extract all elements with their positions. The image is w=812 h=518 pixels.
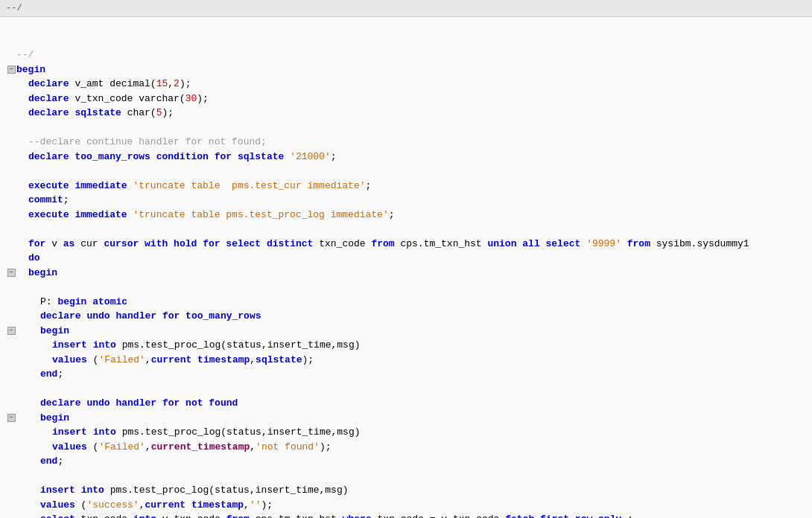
line-text: end; [16,454,63,469]
line-text [16,382,22,397]
code-line: insert into pms.test_proc_log(status,ins… [6,338,812,353]
line-text: declare undo handler for too_many_rows [16,309,261,324]
line-text: insert into pms.test_proc_log(status,ins… [16,425,361,440]
line-text: values ('success',current timestamp,''); [16,498,273,513]
line-text: commit; [16,193,69,208]
code-line: insert into pms.test_proc_log(status,ins… [6,425,812,440]
code-line [6,382,812,397]
fold-button[interactable]: − [7,414,16,422]
code-line: for v as cur cursor with hold for select… [6,237,812,252]
line-text: declare sqlstate char(5); [16,106,174,121]
code-line: values ('Failed',current_timestamp,'not … [6,440,812,455]
line-text [16,469,22,484]
fold-button[interactable]: − [7,65,16,74]
code-line: --/ [6,48,812,63]
line-text [16,121,22,135]
line-text: execute immediate 'truncate table pms.te… [16,208,395,223]
code-line: end; [6,367,812,382]
code-line [6,121,812,135]
code-line: values ('success',current timestamp,''); [6,498,812,513]
code-line: do [6,251,812,266]
code-line: commit; [6,193,812,208]
top-bar: --/ [0,0,812,17]
line-text: values ('Failed',current_timestamp,'not … [16,440,332,455]
line-text: execute immediate 'truncate table pms.te… [16,179,371,194]
line-text: begin [16,266,57,281]
code-line: declare v_txn_code varchar(30); [6,92,812,106]
line-text: declare v_amt decimal(15,2); [16,77,191,92]
line-text: begin [16,63,45,77]
line-text: do [16,251,40,266]
line-text [16,280,22,295]
path-label: --/ [6,3,22,13]
line-text [16,164,22,179]
fold-button[interactable]: − [7,327,16,335]
line-text: select txn_code into v_txn_code from cps… [16,512,633,518]
line-text: declare undo handler for not found [16,396,238,411]
line-text: declare too_many_rows condition for sqls… [16,150,337,164]
code-line: select txn_code into v_txn_code from cps… [6,512,812,518]
code-area: --/−begindeclare v_amt decimal(15,2);dec… [0,17,812,518]
line-text: insert into pms.test_proc_log(status,ins… [16,338,361,353]
code-line: end; [6,454,812,469]
code-line: −begin [6,63,812,77]
code-line [6,280,812,295]
line-text: declare v_txn_code varchar(30); [16,92,209,106]
code-line: declare undo handler for not found [6,396,812,411]
code-line: declare undo handler for too_many_rows [6,309,812,324]
code-editor[interactable]: --/ --/−begindeclare v_amt decimal(15,2)… [0,0,812,518]
line-text: insert into pms.test_proc_log(status,ins… [16,483,349,498]
line-text: for v as cur cursor with hold for select… [16,237,749,252]
line-text: P: begin atomic [16,295,127,310]
line-text: end; [16,367,63,382]
code-line: execute immediate 'truncate table pms.te… [6,179,812,194]
code-lines: --/−begindeclare v_amt decimal(15,2);dec… [0,17,812,518]
line-text [16,222,22,237]
code-line: −begin [6,324,812,339]
code-line: insert into pms.test_proc_log(status,ins… [6,483,812,498]
line-text: begin [16,411,69,426]
line-text: values ('Failed',current timestamp,sqlst… [16,353,314,368]
code-line [6,469,812,484]
code-line: declare sqlstate char(5); [6,106,812,121]
code-line: declare too_many_rows condition for sqls… [6,150,812,164]
code-line: −begin [6,266,812,281]
code-line: declare v_amt decimal(15,2); [6,77,812,92]
code-line [6,164,812,179]
code-line: P: begin atomic [6,295,812,310]
code-line [6,222,812,237]
line-text: --/ [16,48,34,63]
code-line: −begin [6,411,812,426]
fold-button[interactable]: − [7,269,16,277]
code-line: values ('Failed',current timestamp,sqlst… [6,353,812,368]
line-text: begin [16,324,69,339]
code-line: execute immediate 'truncate table pms.te… [6,208,812,223]
line-text: --declare continue handler for not found… [16,135,267,150]
code-line: --declare continue handler for not found… [6,135,812,150]
